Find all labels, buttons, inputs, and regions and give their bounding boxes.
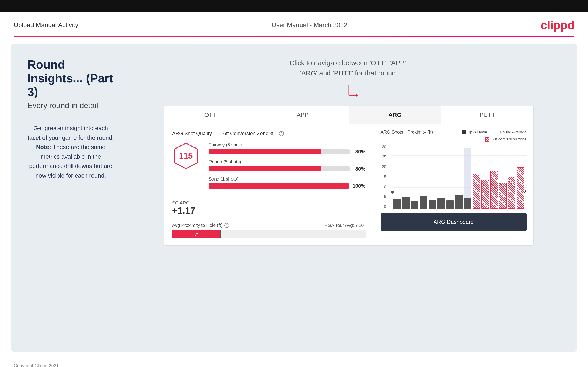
bar-4 bbox=[420, 145, 427, 209]
arg-left-panel: ARG Shot Quality 6ft Conversion Zone % ? bbox=[164, 124, 374, 245]
rough-bar-container: 80% bbox=[209, 166, 365, 172]
score-value: 115 bbox=[179, 151, 193, 161]
left-description: Get greater insight into each facet of y… bbox=[27, 124, 114, 181]
tab-ott[interactable]: OTT bbox=[164, 107, 257, 124]
clippd-logo: clippd bbox=[541, 18, 574, 32]
shot-quality-label: ARG Shot Quality bbox=[172, 131, 212, 137]
tab-putt[interactable]: PUTT bbox=[441, 107, 534, 124]
dashboard-card: OTT APP ARG PUTT ARG Shot Quality 6ft Co bbox=[164, 106, 534, 245]
annotation-arrow bbox=[335, 84, 363, 102]
conversion-label: 6ft Conversion Zone % bbox=[223, 131, 274, 137]
fairway-label: Fairway (5 shots) bbox=[209, 142, 365, 148]
arg-dashboard-button[interactable]: ARG Dashboard bbox=[380, 213, 527, 231]
tab-arg[interactable]: ARG bbox=[349, 107, 441, 124]
fairway-bar-track bbox=[209, 149, 350, 154]
sand-label: Sand (1 shots) bbox=[209, 176, 365, 182]
description-text: Get greater insight into each facet of y… bbox=[27, 124, 114, 181]
bar-1 bbox=[393, 145, 401, 209]
score-area: 115 Fairway (5 shots) bbox=[172, 142, 365, 193]
page-title: Round Insights... (Part 3) bbox=[27, 58, 123, 99]
bars-section: Fairway (5 shots) 80% bbox=[209, 142, 365, 193]
bar-5 bbox=[429, 145, 436, 209]
bar-13 bbox=[499, 145, 507, 209]
bar-9-highlight bbox=[464, 145, 471, 209]
bar-14 bbox=[508, 145, 515, 209]
y-axis-labels: 30 25 20 15 10 5 0 bbox=[382, 145, 386, 209]
sg-section: SG ARG +1.17 bbox=[172, 200, 365, 216]
sand-bar-row: Sand (1 shots) 100% bbox=[209, 176, 365, 189]
reference-value: 8 bbox=[524, 190, 526, 194]
chart-bars bbox=[393, 145, 524, 209]
main-layout: Round Insights... (Part 3) Every round i… bbox=[27, 58, 561, 245]
upload-label[interactable]: Upload Manual Activity bbox=[14, 21, 78, 29]
arg-right-panel: ARG Shots - Proximity (ft) Up & Down Rou… bbox=[374, 124, 534, 245]
legend-updown: Up & Down bbox=[462, 130, 487, 134]
fairway-pct: 80% bbox=[353, 149, 365, 155]
proximity-header: Avg Proximity to Hole (ft) ? ↑ PGA Tour … bbox=[172, 223, 365, 228]
main-content: Round Insights... (Part 3) Every round i… bbox=[11, 44, 577, 352]
page-subtitle: Every round in detail bbox=[27, 101, 123, 110]
legend-updown-label: Up & Down bbox=[467, 130, 487, 134]
bar-6 bbox=[437, 145, 445, 209]
tabs-row: OTT APP ARG PUTT bbox=[164, 107, 534, 124]
proximity-bar-container: 7' bbox=[172, 230, 365, 238]
proximity-label: Avg Proximity to Hole (ft) ? bbox=[172, 223, 230, 228]
shot-quality-header: ARG Shot Quality 6ft Conversion Zone % ? bbox=[172, 131, 365, 137]
legend-updown-icon bbox=[462, 130, 466, 134]
tabs-section: OTT APP ARG PUTT ARG Shot Quality 6ft Co bbox=[164, 107, 534, 245]
copyright: Copyright Clippd 2021 bbox=[14, 363, 59, 367]
sand-bar-fill bbox=[209, 184, 349, 189]
svg-marker-2 bbox=[356, 93, 358, 97]
legend-round-avg-icon bbox=[492, 132, 499, 133]
hexagon-container: 115 bbox=[172, 142, 200, 170]
bar-15 bbox=[517, 145, 524, 209]
sand-pct: 100% bbox=[353, 183, 365, 189]
fairway-bar-container: 80% bbox=[209, 149, 365, 155]
hexagon-score: 115 bbox=[172, 142, 200, 170]
legend-round-avg-label: Round Average bbox=[500, 130, 527, 134]
bar-12 bbox=[490, 145, 498, 209]
sg-label: SG ARG bbox=[172, 200, 365, 206]
rough-bar-fill bbox=[209, 167, 321, 171]
legend-6ft: 6 ft conversion zone bbox=[380, 137, 527, 142]
rough-bar-row: Rough (5 shots) 80% bbox=[209, 159, 365, 172]
fairway-bar-fill bbox=[209, 149, 321, 154]
bar-10 bbox=[473, 145, 480, 209]
proximity-cursor bbox=[220, 230, 221, 238]
chart-title: ARG Shots - Proximity (ft) bbox=[380, 129, 433, 135]
nav-hint: Click to navigate between 'OTT', 'APP', … bbox=[290, 58, 408, 78]
top-bar bbox=[0, 0, 588, 12]
bar-3 bbox=[411, 145, 418, 209]
proximity-help-icon[interactable]: ? bbox=[224, 223, 229, 228]
proximity-bar-fill: 7' bbox=[172, 230, 221, 238]
content-split: ARG Shot Quality 6ft Conversion Zone % ? bbox=[164, 124, 534, 245]
chart-wrapper: 30 25 20 15 10 5 0 bbox=[391, 145, 527, 209]
header-divider bbox=[14, 36, 574, 37]
fairway-bar-row: Fairway (5 shots) 80% bbox=[209, 142, 365, 155]
pga-avg: ↑ PGA Tour Avg: 7'10" bbox=[321, 223, 365, 228]
bar-2 bbox=[402, 145, 410, 209]
rough-label: Rough (5 shots) bbox=[209, 159, 365, 165]
doc-title: User Manual - March 2022 bbox=[272, 21, 347, 29]
bar-8 bbox=[455, 145, 463, 209]
left-side: Round Insights... (Part 3) Every round i… bbox=[27, 58, 123, 245]
sand-bar-container: 100% bbox=[209, 183, 365, 189]
footer: Copyright Clippd 2021 bbox=[0, 359, 588, 367]
legend: Up & Down Round Average bbox=[462, 130, 527, 134]
rough-bar-track bbox=[209, 167, 350, 171]
bar-7 bbox=[446, 145, 454, 209]
right-side: Click to navigate between 'OTT', 'APP', … bbox=[137, 58, 561, 245]
bar-11 bbox=[481, 145, 489, 209]
help-icon[interactable]: ? bbox=[279, 131, 284, 136]
proximity-value: 7' bbox=[194, 232, 198, 237]
chart-title-row: ARG Shots - Proximity (ft) Up & Down Rou… bbox=[380, 129, 527, 135]
nav-hint-area: Click to navigate between 'OTT', 'APP', … bbox=[137, 58, 561, 102]
bar-chart-area: 8 bbox=[391, 145, 527, 209]
tab-app[interactable]: APP bbox=[257, 107, 349, 124]
sand-bar-track bbox=[209, 184, 349, 189]
sg-value: +1.17 bbox=[172, 206, 365, 216]
rough-pct: 80% bbox=[353, 166, 365, 172]
proximity-section: Avg Proximity to Hole (ft) ? ↑ PGA Tour … bbox=[172, 223, 365, 238]
legend-round-avg: Round Average bbox=[492, 130, 527, 134]
header: Upload Manual Activity User Manual - Mar… bbox=[0, 12, 588, 36]
